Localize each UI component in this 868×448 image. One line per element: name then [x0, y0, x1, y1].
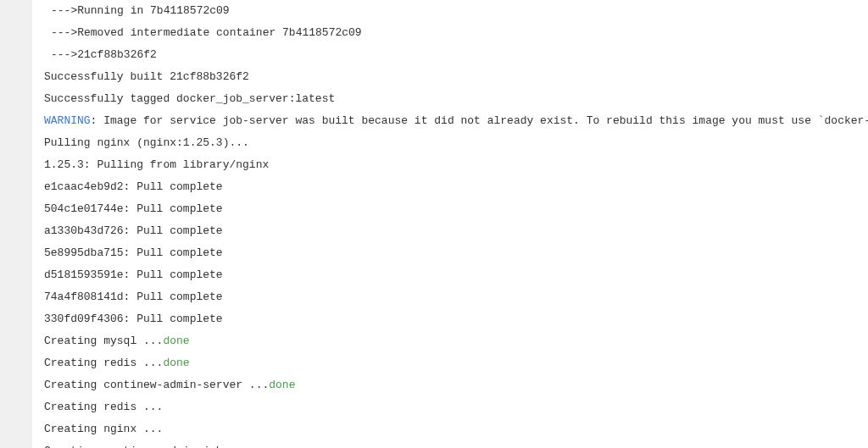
done-status: done	[163, 352, 189, 374]
pull-complete-text: 5e8995dba715: Pull complete	[44, 242, 223, 264]
log-line: ---> Removed intermediate container 7b41…	[44, 22, 868, 44]
log-line: d5181593591e: Pull complete	[44, 264, 868, 286]
creating-text: Creating continew-admin-server ...	[44, 374, 269, 396]
creating-text: Creating nginx ...	[44, 418, 163, 440]
arrow-prefix: --->	[51, 0, 77, 22]
creating-text: Creating mysql ...	[44, 330, 163, 352]
pull-complete-text: a1330b43d726: Pull complete	[44, 220, 223, 242]
log-line: ---> 21cf88b326f2	[44, 44, 868, 66]
log-line: Successfully tagged docker_job_server:la…	[44, 88, 868, 110]
warning-label: WARNING	[44, 110, 91, 132]
log-line: Creating redis ...	[44, 396, 868, 418]
creating-text: Creating redis ...	[44, 352, 163, 374]
pulling-from-text: 1.25.3: Pulling from library/nginx	[44, 154, 269, 176]
log-line: e1caac4eb9d2: Pull complete	[44, 176, 868, 198]
log-line: Pulling nginx (nginx:1.25.3)...	[44, 132, 868, 154]
arrow-prefix: --->	[51, 44, 77, 66]
log-line: 5e8995dba715: Pull complete	[44, 242, 868, 264]
pull-complete-text: 504c1e01744e: Pull complete	[44, 198, 223, 220]
log-line: Creating mysql ... done	[44, 330, 868, 352]
done-status: done	[163, 330, 189, 352]
tag-success-text: Successfully tagged docker_job_server:la…	[44, 88, 335, 110]
warning-text: : Image for service job-server was built…	[91, 110, 868, 132]
log-text: 21cf88b326f2	[77, 44, 157, 66]
pull-complete-text: d5181593591e: Pull complete	[44, 264, 223, 286]
pull-complete-text: e1caac4eb9d2: Pull complete	[44, 176, 223, 198]
creating-text: Creating continew-admin-job-server ...	[44, 440, 295, 448]
log-line: Creating redis ... done	[44, 352, 868, 374]
arrow-prefix: --->	[51, 22, 77, 44]
pull-complete-text: 330fd09f4306: Pull complete	[44, 308, 223, 330]
log-line: Creating nginx ...	[44, 418, 868, 440]
log-text: Running in 7b4118572c09	[77, 0, 229, 22]
log-line: 74a4f808141d: Pull complete	[44, 286, 868, 308]
line-gutter	[0, 0, 32, 448]
log-line: Creating continew-admin-job-server ...	[44, 440, 868, 448]
log-line: 330fd09f4306: Pull complete	[44, 308, 868, 330]
pulling-nginx-text: Pulling nginx (nginx:1.25.3)...	[44, 132, 249, 154]
done-status: done	[269, 374, 295, 396]
terminal-log-output: ---> Running in 7b4118572c09 ---> Remove…	[0, 0, 868, 448]
log-line: Successfully built 21cf88b326f2	[44, 66, 868, 88]
pull-complete-text: 74a4f808141d: Pull complete	[44, 286, 223, 308]
log-line: Creating continew-admin-server ... done	[44, 374, 868, 396]
log-line-warning: WARNING : Image for service job-server w…	[44, 110, 868, 132]
log-text: Removed intermediate container 7b4118572…	[77, 22, 361, 44]
creating-text: Creating redis ...	[44, 396, 163, 418]
log-line: 1.25.3: Pulling from library/nginx	[44, 154, 868, 176]
log-line: ---> Running in 7b4118572c09	[44, 0, 868, 22]
build-success-text: Successfully built 21cf88b326f2	[44, 66, 249, 88]
log-line: 504c1e01744e: Pull complete	[44, 198, 868, 220]
log-line: a1330b43d726: Pull complete	[44, 220, 868, 242]
